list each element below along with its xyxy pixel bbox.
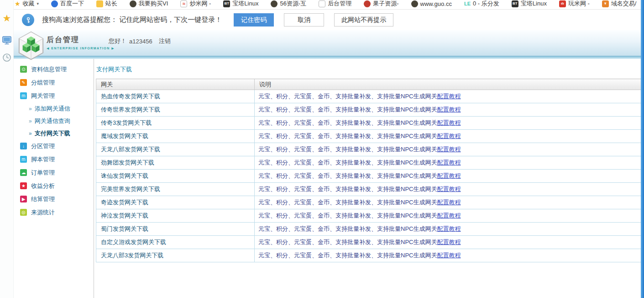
config-tutorial-link[interactable]: 配置教程 — [437, 225, 461, 232]
remember-password-button[interactable]: 记住密码 — [234, 13, 274, 27]
password-save-notification-bar: 搜狗高速浏览器提醒您： 记住此网站密码，下次一键登录！ 记住密码 取消 此网站不… — [14, 9, 641, 30]
bookmark-yuming[interactable]: ¥ 域名交易/ — [602, 0, 637, 8]
gateway-download-link[interactable]: 自定义游戏发货网关下载 — [96, 236, 255, 249]
sidebar-item-label: 网关管理 — [31, 92, 55, 100]
table-row: 自定义游戏发货网关下载 元宝、积分、元宝蛋、金币、支持批量补发、支持批量NPC生… — [96, 236, 641, 249]
description-text: 元宝、积分、元宝蛋、金币、支持批量补发、支持批量NPC生成网关 — [258, 93, 437, 100]
gateway-download-link[interactable]: 天龙八部3发货网关下载 — [96, 249, 255, 262]
bookmark-label: 玩米网 - — [568, 0, 590, 8]
sidebar-item-wangguan-guanli[interactable]: m 网关管理 — [14, 89, 94, 102]
bookmark-lefenfa[interactable]: LE 0 - 乐分发 — [464, 0, 499, 8]
bookmark-woyaogoumai[interactable]: 我要购买VI — [130, 0, 168, 8]
bookmark-guozi[interactable]: 果子资源- — [364, 0, 398, 8]
app-title: 后台管理 — [47, 35, 115, 45]
double-chevron-icon: » — [29, 118, 32, 124]
gateway-download-link[interactable]: 天龙八部发货网关下载 — [96, 143, 255, 156]
cancel-button[interactable]: 取消 — [284, 13, 324, 27]
gateway-download-link[interactable]: 诛仙发货网关下载 — [96, 170, 255, 183]
gateway-download-link[interactable]: 传奇世界发货网关下载 — [96, 103, 255, 117]
config-tutorial-link[interactable]: 配置教程 — [437, 93, 461, 100]
site-header: 后台管理 ◀ ENTERPRISE INFORMATION ▶ 您好！ a123… — [14, 30, 641, 56]
sidebar-item-jiesuan-guanli[interactable]: ▶ 结算管理 — [14, 192, 94, 206]
browser-scrollbar[interactable] — [641, 0, 644, 298]
chevron-down-icon: ▾ — [37, 1, 39, 6]
gateway-download-link[interactable]: 热血传奇发货网关下载 — [96, 90, 255, 103]
sidebar-item-label: 网关通信查询 — [35, 117, 70, 125]
bookmark-houtai[interactable]: 后台管理 — [319, 0, 351, 8]
app-subtitle: ◀ ENTERPRISE INFORMATION ▶ — [47, 47, 115, 50]
config-tutorial-link[interactable]: 配置教程 — [437, 159, 461, 166]
config-tutorial-link[interactable]: 配置教程 — [437, 212, 461, 219]
bookmark-guocc[interactable]: www.guo.cc — [411, 0, 452, 7]
bookmark-baota-2[interactable]: BT 宝塔Linux — [512, 0, 547, 8]
bookmark-baidu[interactable]: 百度一下 — [51, 0, 84, 8]
table-row: 传奇世界发货网关下载 元宝、积分、元宝蛋、金币、支持批量补发、支持批量NPC生成… — [96, 103, 641, 117]
bookmark-label: 我要购买VI — [139, 0, 168, 8]
star-badge-icon: ★ — [20, 182, 27, 189]
gateway-download-link[interactable]: 奇迹发货网关下载 — [96, 196, 255, 209]
sidebar-item-zhifu-wangguan-xiazai[interactable]: » 支付网关下载 — [14, 127, 94, 139]
chart-favicon: ≈ — [180, 0, 187, 7]
config-tutorial-link[interactable]: 配置教程 — [437, 239, 461, 245]
gateway-description: 元宝、积分、元宝蛋、金币、支持批量补发、支持批量NPC生成网关配置教程 — [255, 223, 641, 236]
config-tutorial-link[interactable]: 配置教程 — [437, 119, 461, 126]
sidebar-item-dingdan-guanli[interactable]: ☁ 订单管理 — [14, 166, 94, 179]
page-title: 支付网关下载 — [96, 65, 641, 74]
bt-favicon: BT — [223, 0, 230, 7]
gateway-description: 元宝、积分、元宝蛋、金币、支持批量补发、支持批量NPC生成网关配置教程 — [255, 103, 641, 117]
config-tutorial-link[interactable]: 配置教程 — [437, 199, 461, 206]
gateway-download-link[interactable]: 魔域发货网关下载 — [96, 130, 255, 143]
reading-monitor-icon[interactable] — [1, 35, 12, 46]
never-prompt-button[interactable]: 此网站不再提示 — [334, 13, 393, 27]
script-m-icon: m — [20, 156, 27, 163]
description-text: 元宝、积分、元宝蛋、金币、支持批量补发、支持批量NPC生成网关 — [258, 172, 437, 179]
target-icon: ◎ — [20, 209, 27, 216]
sidebar-item-fenzu-guanli[interactable]: ✎ 分组管理 — [14, 76, 94, 89]
gateway-download-link[interactable]: 传奇3发货网关下载 — [96, 117, 255, 130]
sidebar-item-ziliao-xinxi-guanli[interactable]: ⊙ 资料信息管理 — [14, 63, 94, 76]
config-tutorial-link[interactable]: 配置教程 — [437, 133, 461, 139]
sidebar-item-laiyuan-tongji[interactable]: ◎ 来源统计 — [14, 206, 94, 219]
gateway-download-link[interactable]: 完美世界发货网关下载 — [96, 183, 255, 196]
gateway-download-link[interactable]: 劲舞团发货网关下载 — [96, 156, 255, 170]
gateway-download-link[interactable]: 蜀门发货网关下载 — [96, 223, 255, 236]
bookmark-favorites[interactable]: ★ 收藏 ▾ — [15, 0, 39, 8]
bookmark-ziyuan56[interactable]: 56资源-互 — [271, 0, 306, 8]
config-tutorial-link[interactable]: 配置教程 — [437, 146, 461, 153]
description-text: 元宝、积分、元宝蛋、金币、支持批量补发、支持批量NPC生成网关 — [258, 199, 437, 206]
config-tutorial-link[interactable]: 配置教程 — [437, 186, 461, 192]
bookmark-wanmi[interactable]: ılı 玩米网 - — [559, 0, 590, 8]
gateway-description: 元宝、积分、元宝蛋、金币、支持批量补发、支持批量NPC生成网关配置教程 — [255, 236, 641, 249]
bookmark-chaomi[interactable]: ≈ 炒米网 - — [180, 0, 211, 8]
bookmark-zhanzhang[interactable]: 站长 — [96, 0, 117, 8]
sidebar-item-label: 脚本管理 — [31, 155, 55, 164]
history-clock-icon[interactable] — [1, 52, 12, 63]
gateway-download-link[interactable]: 神泣发货网关下载 — [96, 209, 255, 223]
config-tutorial-link[interactable]: 配置教程 — [437, 252, 461, 259]
sidebar-item-fenqu-guanli[interactable]: ↓ 分区管理 — [14, 139, 94, 153]
sidebar-item-wangguan-tongxin-chaxun[interactable]: » 网关通信查询 — [14, 115, 94, 127]
bookmark-label: www.guo.cc — [420, 0, 452, 7]
double-chevron-icon: » — [29, 106, 32, 112]
bookmark-label: 果子资源- — [373, 0, 398, 8]
bookmarks-bar: ★ 收藏 ▾ 百度一下 站长 我要购买VI ≈ 炒米网 - BT 宝塔Linux… — [15, 0, 641, 8]
bars-favicon: ılı — [559, 0, 566, 7]
bookmark-label: 宝塔Linux — [232, 0, 258, 8]
coin-favicon — [411, 0, 418, 7]
bookmark-baota-1[interactable]: BT 宝塔Linux — [223, 0, 258, 8]
table-header-row: 网关 说明 — [96, 79, 641, 90]
gateway-description: 元宝、积分、元宝蛋、金币、支持批量补发、支持批量NPC生成网关配置教程 — [255, 130, 641, 143]
sidebar-item-tianjia-wangguan-tongxin[interactable]: » 添加网关通信 — [14, 102, 94, 115]
key-icon — [22, 14, 34, 26]
column-header-description: 说明 — [255, 79, 641, 90]
description-text: 元宝、积分、元宝蛋、金币、支持批量补发、支持批量NPC生成网关 — [258, 225, 437, 232]
sidebar-item-jiaoben-guanli[interactable]: m 脚本管理 — [14, 153, 94, 166]
sidebar-item-label: 来源统计 — [31, 208, 55, 217]
gateway-description: 元宝、积分、元宝蛋、金币、支持批量补发、支持批量NPC生成网关配置教程 — [255, 90, 641, 103]
sidebar-item-shouyi-fenxi[interactable]: ★ 收益分析 — [14, 179, 94, 192]
config-tutorial-link[interactable]: 配置教程 — [437, 106, 461, 113]
logout-link[interactable]: 注销 — [159, 37, 171, 45]
config-tutorial-link[interactable]: 配置教程 — [437, 172, 461, 179]
favorites-star-icon[interactable]: ★ — [1, 13, 12, 24]
header-titles: 后台管理 ◀ ENTERPRISE INFORMATION ▶ — [47, 35, 115, 50]
